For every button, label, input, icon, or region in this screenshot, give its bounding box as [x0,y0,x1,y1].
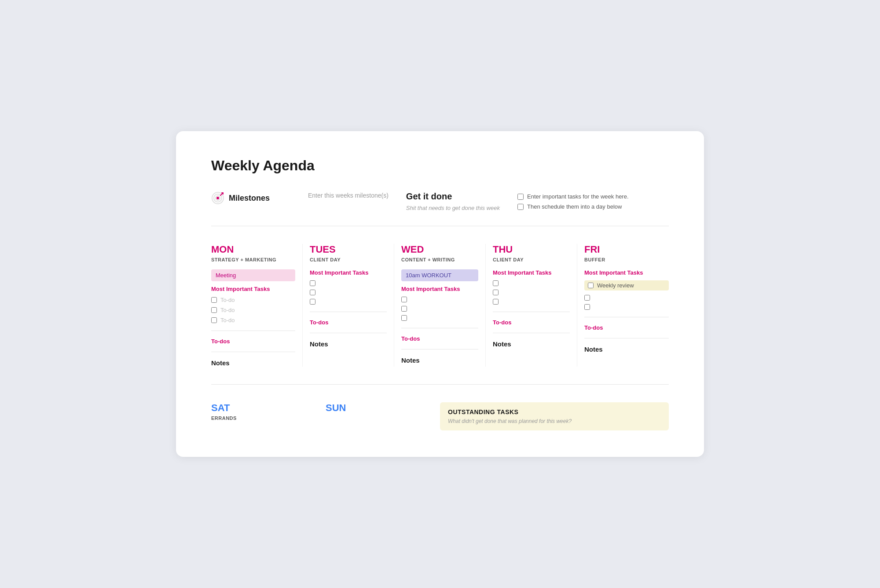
event-meeting: Meeting [211,269,295,281]
mit-label-fri: Most Important Tasks [584,269,669,276]
get-it-done-tasks: Enter important tasks for the week here.… [517,191,629,210]
day-column-tues: TUES CLIENT DAY Most Important Tasks To-… [303,244,394,367]
checkbox-mon-3: To-do [211,317,295,323]
outstanding-title: OUTSTANDING TASKS [448,408,661,415]
checkbox-input-mon-2[interactable] [211,307,217,313]
event-workout: 10am WORKOUT [401,269,478,281]
important-task-checkbox-2[interactable] [517,204,524,210]
day-column-sat: SAT ERRANDS [211,402,326,428]
mit-label-wed: Most Important Tasks [401,286,478,292]
todos-link-wed[interactable]: To-dos [401,335,478,342]
day-subtitle-mon: STRATEGY + MARKETING [211,257,295,262]
important-task-2: Then schedule them into a day below [517,203,629,210]
checkbox-tues-1 [310,280,387,286]
important-task-checkbox-1[interactable] [517,194,524,200]
milestones-section: Milestones Enter this weeks milestone(s)… [211,191,669,226]
notes-label-wed: Notes [401,356,478,364]
day-subtitle-wed: CONTENT + WRITING [401,257,478,262]
todos-link-tues[interactable]: To-dos [310,319,387,326]
checkbox-thu-3 [493,299,570,305]
day-subtitle-thu: CLIENT DAY [493,257,570,262]
day-name-sun: SUN [326,402,431,414]
day-column-thu: THU CLIENT DAY Most Important Tasks To-d… [486,244,577,367]
checkbox-input-tues-2[interactable] [310,290,315,295]
notes-label-tues: Notes [310,340,387,348]
day-subtitle-sat: ERRANDS [211,415,317,421]
outstanding-tasks-box: OUTSTANDING TASKS What didn't get done t… [440,402,669,430]
todos-link-fri[interactable]: To-dos [584,324,669,331]
get-it-done-title: Get it done [406,191,500,202]
day-column-sun: SUN [326,402,440,421]
day-name-fri: FRI [584,244,669,255]
checkbox-tues-3 [310,299,387,305]
checkbox-input-thu-2[interactable] [493,290,499,295]
checkbox-input-mon-3[interactable] [211,317,217,323]
checkbox-input-thu-1[interactable] [493,280,499,286]
mit-label-tues: Most Important Tasks [310,269,387,276]
mit-label-mon: Most Important Tasks [211,286,295,292]
notes-label-fri: Notes [584,345,669,353]
notes-label-mon: Notes [211,359,295,367]
get-it-done-block: Get it done Shit that needs to get done … [406,191,500,212]
checkbox-input-wed-2[interactable] [401,306,407,312]
milestones-title: Milestones [229,194,270,203]
day-name-wed: WED [401,244,478,255]
checkbox-wed-3 [401,315,478,321]
checkbox-mon-2: To-do [211,307,295,313]
day-name-mon: MON [211,244,295,255]
checkbox-thu-1 [493,280,570,286]
checkbox-input-mon-1[interactable] [211,297,217,303]
checkbox-input-tues-1[interactable] [310,280,315,286]
svg-point-3 [216,197,219,199]
checkbox-input-tues-3[interactable] [310,299,315,305]
target-icon [211,191,224,205]
checkbox-input-fri-1[interactable] [584,295,590,301]
checkbox-tues-2 [310,290,387,295]
checkbox-mon-1: To-do [211,297,295,303]
day-column-mon: MON STRATEGY + MARKETING Meeting Most Im… [211,244,303,367]
checkbox-wed-2 [401,306,478,312]
checkbox-input-wed-3[interactable] [401,315,407,321]
day-subtitle-tues: CLIENT DAY [310,257,387,262]
get-it-done-subtitle: Shit that needs to get done this week [406,204,500,212]
todos-link-mon[interactable]: To-dos [211,338,295,345]
day-name-tues: TUES [310,244,387,255]
day-column-fri: FRI BUFFER Most Important Tasks Weekly r… [577,244,669,367]
important-task-1: Enter important tasks for the week here. [517,193,629,200]
weekly-agenda-card: Weekly Agenda Milestones Enter this week… [176,131,704,456]
checkbox-fri-2 [584,304,669,310]
mit-label-thu: Most Important Tasks [493,269,570,276]
todos-link-thu[interactable]: To-dos [493,319,570,326]
day-name-sat: SAT [211,402,317,414]
day-column-wed: WED CONTENT + WRITING 10am WORKOUT Most … [394,244,486,367]
milestones-left: Milestones [211,191,290,205]
milestones-placeholder-text: Enter this weeks milestone(s) [308,191,389,199]
weekly-review-highlighted: Weekly review [584,280,669,290]
days-grid: MON STRATEGY + MARKETING Meeting Most Im… [211,244,669,385]
checkbox-wed-1 [401,297,478,302]
bottom-grid: SAT ERRANDS SUN OUTSTANDING TASKS What d… [211,402,669,430]
checkbox-input-thu-3[interactable] [493,299,499,305]
checkbox-weekly-review[interactable] [588,283,594,288]
outstanding-subtitle: What didn't get done that was planned fo… [448,418,661,424]
checkbox-input-fri-2[interactable] [584,304,590,310]
checkbox-fri-1 [584,295,669,301]
day-name-thu: THU [493,244,570,255]
page-title: Weekly Agenda [211,158,669,174]
day-subtitle-fri: BUFFER [584,257,669,262]
notes-label-thu: Notes [493,340,570,348]
checkbox-thu-2 [493,290,570,295]
checkbox-input-wed-1[interactable] [401,297,407,302]
